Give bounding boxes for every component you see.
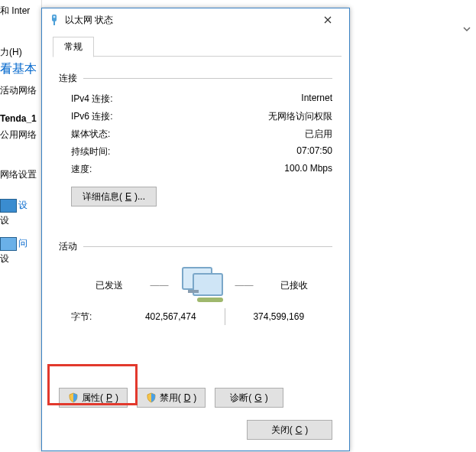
parent-window-text: 设 — [0, 252, 37, 265]
recv-label: 已接收 — [256, 279, 332, 292]
parent-window-text: 公用网络 — [0, 128, 37, 141]
row-ipv6: IPv6 连接:无网络访问权限 — [71, 110, 332, 123]
dash: —— — [148, 280, 171, 291]
computers-icon — [171, 267, 232, 304]
parent-window-text: 设 — [0, 214, 37, 227]
parent-window-text: Tenda_1 — [0, 113, 37, 124]
ethernet-status-dialog: 以太网 状态 常规 连接 IPv4 连接:Internet IPv6 连接:无网… — [41, 8, 350, 451]
group-connection-label: 连接 — [59, 72, 77, 85]
bytes-row: 字节: 402,567,474 374,599,169 — [71, 308, 332, 325]
parent-window-text: 和 Inter — [0, 5, 37, 18]
group-activity: 活动 — [59, 240, 332, 253]
tabstrip: 常规 — [53, 36, 342, 57]
shield-icon — [146, 392, 157, 403]
divider — [83, 246, 332, 247]
parent-window-text: 看基本 — [0, 61, 37, 77]
duration-value: 07:07:50 — [296, 145, 332, 158]
close-button[interactable] — [312, 10, 343, 30]
sent-label: 已发送 — [71, 279, 147, 292]
row-duration: 持续时间:07:07:50 — [71, 145, 332, 158]
svg-point-2 — [53, 16, 56, 18]
close-icon — [324, 16, 332, 24]
dash: —— — [233, 280, 256, 291]
parent-window-text: 网络设置 — [0, 168, 37, 181]
duration-label: 持续时间: — [71, 145, 110, 158]
group-connection: 连接 — [59, 72, 332, 85]
activity-row: 已发送 —— —— 已接收 — [71, 267, 332, 304]
ipv4-value: Internet — [301, 93, 332, 106]
close-dialog-button[interactable]: 关闭(C) — [247, 420, 332, 440]
ipv4-label: IPv4 连接: — [71, 93, 113, 106]
bytes-recv: 374,599,169 — [225, 311, 333, 322]
shield-icon — [68, 392, 79, 403]
footer-buttons: 属性(P) 禁用(D) 诊断(G) — [59, 388, 332, 408]
ipv6-label: IPv6 连接: — [71, 110, 113, 123]
parent-window-text: 设 — [0, 199, 37, 213]
divider — [83, 78, 332, 79]
row-media: 媒体状态:已启用 — [71, 128, 332, 141]
details-button[interactable]: 详细信息(E)... — [71, 187, 157, 206]
row-ipv4: IPv4 连接:Internet — [71, 93, 332, 106]
ethernet-icon — [48, 14, 60, 26]
media-label: 媒体状态: — [71, 128, 110, 141]
group-activity-label: 活动 — [59, 240, 77, 253]
media-value: 已启用 — [305, 128, 332, 141]
speed-value: 100.0 Mbps — [284, 163, 332, 176]
row-speed: 速度:100.0 Mbps — [71, 163, 332, 176]
diagnose-button[interactable]: 诊断(G) — [215, 388, 283, 408]
speed-label: 速度: — [71, 163, 92, 176]
chevron-down-icon — [462, 24, 471, 34]
svg-rect-1 — [53, 21, 55, 25]
bytes-sent: 402,567,474 — [117, 311, 225, 322]
parent-window-text: 力(H) — [0, 46, 37, 59]
parent-window-dropdown[interactable] — [462, 24, 471, 36]
bytes-label: 字节: — [71, 311, 117, 324]
parent-window-text: 活动网络 — [0, 84, 37, 97]
ipv6-value: 无网络访问权限 — [268, 110, 332, 123]
tab-general[interactable]: 常规 — [53, 37, 94, 57]
parent-window-text: 问 — [0, 237, 37, 251]
dialog-title: 以太网 状态 — [65, 8, 312, 31]
parent-window-left-strip: 和 Inter力(H)看基本活动网络Tenda_1公用网络网络设置设设问设 — [0, 0, 42, 452]
properties-button[interactable]: 属性(P) — [59, 388, 128, 408]
disable-button[interactable]: 禁用(D) — [137, 388, 206, 408]
titlebar: 以太网 状态 — [42, 8, 349, 31]
